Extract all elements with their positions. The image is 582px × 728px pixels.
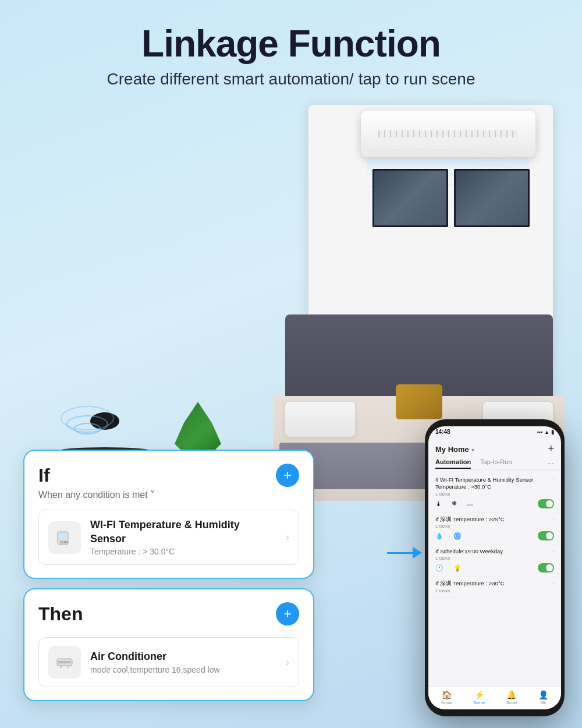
pillow-left <box>285 402 355 437</box>
auto-row-1: 🌡 → ❄ → ▬ <box>435 499 554 508</box>
auto-tasks-2: 1 tasks <box>435 524 554 529</box>
phone-mockup: 14:48 ▪▪▪ ▲ ▮ My Home ▾ + Automation Tap… <box>425 419 565 716</box>
sensor-icon: 21 80 <box>48 521 81 554</box>
auto-title-1: If WI-FI Temperature & Humidity Sensor T… <box>435 476 552 491</box>
thermo-icon-1: 🌡 <box>435 500 442 507</box>
sensor-chevron-icon: › <box>286 531 289 543</box>
auto-icons-1: 🌡 → ❄ → ▬ <box>435 500 473 507</box>
auto-chevron-1: › <box>552 476 554 482</box>
tab-more-icon[interactable]: ··· <box>547 458 554 469</box>
auto-icons-3: 🕐 → 💡 <box>435 564 462 572</box>
page-subtitle: Create different smart automation/ tap t… <box>12 70 570 89</box>
status-time: 14:48 <box>435 429 450 435</box>
tab-tap-to-run[interactable]: Tap-to-Run <box>480 458 512 469</box>
automation-item-2[interactable]: If 深圳 Temperature : >25°C › 1 tasks 💧 → … <box>428 513 561 545</box>
status-icons: ▪▪▪ ▲ ▮ <box>537 429 555 435</box>
fan-icon-2: 🌀 <box>453 532 462 540</box>
nav-home[interactable]: 🏠 Home <box>441 690 452 705</box>
svg-text:80: 80 <box>64 540 68 544</box>
wifi-rings <box>58 395 116 441</box>
nav-scene[interactable]: ⚡ Scene <box>473 690 485 705</box>
page-header: Linkage Function Create different smart … <box>0 0 582 100</box>
then-card: Then + Air Conditioner mode cool,tempert… <box>23 588 314 701</box>
frame-right <box>454 169 530 227</box>
sensor-name: WI-FI Temperature & Humidity Sensor <box>90 518 276 546</box>
auto-chevron-4: › <box>552 580 554 586</box>
svg-point-0 <box>61 407 113 430</box>
ac-name: Air Conditioner <box>90 650 276 663</box>
thermo-icon-2: 💧 <box>435 532 443 540</box>
status-bar: 14:48 ▪▪▪ ▲ ▮ <box>428 426 561 436</box>
sensor-detail: Temperature : > 30.0°C <box>90 547 276 556</box>
scene-nav-icon: ⚡ <box>474 690 484 699</box>
signal-icon: ▪▪▪ <box>537 429 543 435</box>
then-add-button[interactable]: + <box>276 602 299 625</box>
if-device-row[interactable]: 21 80 WI-FI Temperature & Humidity Senso… <box>38 510 299 565</box>
auto-tasks-3: 1 tasks <box>435 556 554 561</box>
if-title: If <box>38 465 50 486</box>
ac-icon-1: ❄ <box>452 500 457 507</box>
automation-item-4[interactable]: If 深圳 Temperature : >30°C › 1 tasks <box>428 577 561 597</box>
wifi-icon: ▲ <box>544 429 549 435</box>
home-title-container: My Home ▾ <box>435 444 474 454</box>
battery-icon: ▮ <box>551 429 554 435</box>
frame-left <box>372 169 448 227</box>
phone-screen: 14:48 ▪▪▪ ▲ ▮ My Home ▾ + Automation Tap… <box>428 426 561 709</box>
ac-grille <box>378 130 518 137</box>
if-card: If + When any condition is met ˅ 21 80 W… <box>23 450 314 579</box>
auto-row-3: 🕐 → 💡 <box>435 563 554 572</box>
ac-detail: mode cool,temperture 16,speed low <box>90 665 276 674</box>
then-device-row[interactable]: Air Conditioner mode cool,temperture 16,… <box>38 637 299 687</box>
phone-nav: 🏠 Home ⚡ Scene 🔔 Smart 👤 Me <box>428 686 561 709</box>
nav-scene-label: Scene <box>473 701 485 705</box>
auto-chevron-2: › <box>552 516 554 522</box>
nav-smart-label: Smart <box>506 701 517 705</box>
svg-rect-4 <box>59 534 66 539</box>
blue-arrow-pointer <box>387 542 422 565</box>
ui-cards-container: If + When any condition is met ˅ 21 80 W… <box>23 450 314 711</box>
home-nav-icon: 🏠 <box>442 690 452 699</box>
ac-info: Air Conditioner mode cool,temperture 16,… <box>90 650 276 674</box>
app-tabs: Automation Tap-to-Run ··· <box>428 458 561 469</box>
auto-title-4: If 深圳 Temperature : >30°C <box>435 580 552 587</box>
page-title: Linkage Function <box>12 23 570 64</box>
auto-chevron-3: › <box>552 548 554 554</box>
toggle-3[interactable] <box>538 563 554 572</box>
automation-item-1[interactable]: If WI-FI Temperature & Humidity Sensor T… <box>428 473 561 513</box>
auto-row-2: 💧 → 🌀 <box>435 531 554 540</box>
svg-rect-11 <box>68 666 69 668</box>
ac-chevron-icon: › <box>286 656 289 669</box>
svg-rect-9 <box>58 661 71 663</box>
if-subtitle: When any condition is met ˅ <box>38 489 299 500</box>
then-title: Then <box>38 603 83 625</box>
ac-icon <box>48 646 81 678</box>
sensor-info: WI-FI Temperature & Humidity Sensor Temp… <box>90 518 276 556</box>
home-dropdown-icon: ▾ <box>471 447 474 453</box>
svg-rect-10 <box>60 666 62 668</box>
if-add-button[interactable]: + <box>276 464 299 487</box>
auto-tasks-4: 1 tasks <box>435 588 554 593</box>
smart-nav-icon: 🔔 <box>506 690 516 699</box>
tab-automation[interactable]: Automation <box>435 458 471 469</box>
clock-icon-3: 🕐 <box>435 564 443 572</box>
extra-icon-1: ▬ <box>467 500 473 507</box>
toggle-1[interactable] <box>538 499 554 508</box>
nav-smart[interactable]: 🔔 Smart <box>506 690 517 705</box>
then-card-header: Then + <box>38 602 299 625</box>
phone-add-button[interactable]: + <box>548 443 554 455</box>
auto-tasks-1: 1 tasks <box>435 492 554 497</box>
nav-home-label: Home <box>441 701 452 705</box>
me-nav-icon: 👤 <box>538 690 548 699</box>
nav-me-label: Me <box>540 701 546 705</box>
toggle-2[interactable] <box>538 531 554 540</box>
auto-title-2: If 深圳 Temperature : >25°C <box>435 516 552 523</box>
automation-item-3[interactable]: If Schedule:19:00 Weekday › 1 tasks 🕐 → … <box>428 545 561 577</box>
auto-icons-2: 💧 → 🌀 <box>435 532 462 540</box>
cushion <box>396 384 442 419</box>
auto-title-3: If Schedule:19:00 Weekday <box>435 548 552 555</box>
bulb-icon-3: 💡 <box>453 564 462 572</box>
if-card-header: If + <box>38 464 299 487</box>
home-title: My Home <box>435 445 469 454</box>
picture-frames <box>372 169 530 227</box>
nav-me[interactable]: 👤 Me <box>538 690 548 705</box>
